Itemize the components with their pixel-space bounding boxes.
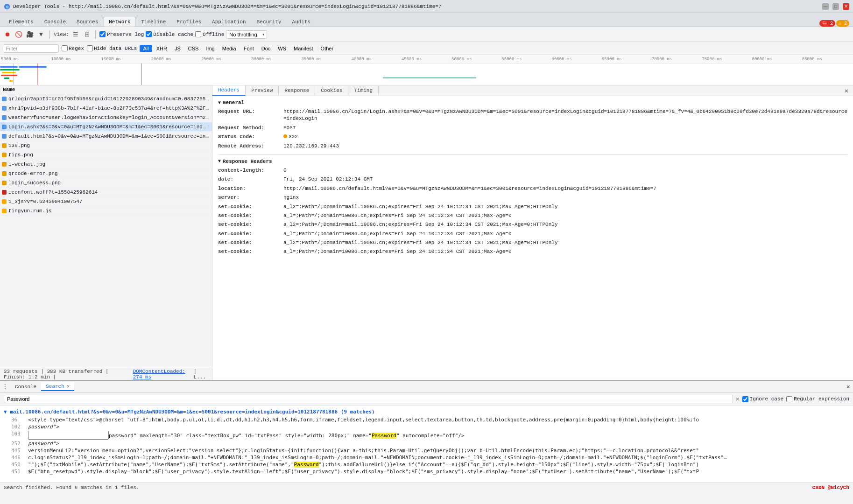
result-line-3[interactable]: 252 password"> [0, 440, 853, 447]
filter-type-font[interactable]: Font [240, 45, 257, 52]
tab-response[interactable]: Response [279, 86, 315, 95]
filter-type-ws[interactable]: WS [275, 45, 289, 52]
minimize-button[interactable]: ─ [822, 3, 829, 10]
ignore-case-checkbox[interactable] [742, 396, 748, 402]
filter-type-js[interactable]: JS [171, 45, 184, 52]
tab-cookies[interactable]: Cookies [315, 86, 348, 95]
result-line-7[interactable]: 451$E("btn_resetpwd").style.display="blo… [0, 468, 853, 475]
filter-input[interactable] [3, 44, 59, 53]
request-item-9[interactable]: qrcode-error.png [0, 169, 212, 178]
preserve-log-checkbox[interactable] [99, 31, 106, 37]
tab-sources[interactable]: Sources [71, 17, 103, 27]
search-clear-button[interactable]: ✕ [736, 395, 740, 403]
disable-cache-checkbox[interactable] [146, 31, 152, 37]
clear-button[interactable]: 🚫 [14, 30, 23, 39]
request-item-10[interactable]: login_success.png [0, 178, 212, 188]
tab-console[interactable]: Console [39, 17, 71, 27]
rh-key-8: set-cookie: [218, 239, 283, 246]
request-item-11[interactable]: iconfont.woff?t=1558425962614 [0, 188, 212, 197]
warning-badge: ⚠ 2 [836, 20, 849, 27]
ignore-case-checkbox-label[interactable]: Ignore case [742, 396, 784, 402]
tab-elements[interactable]: Elements [4, 17, 39, 27]
regex-checkbox-label[interactable]: Regex [62, 45, 84, 51]
rh-val-9: a_l=;Path=/;Domain=10086.cn;expires=Fri … [283, 248, 511, 255]
filter-type-all[interactable]: All [140, 45, 152, 52]
list-view-button[interactable]: ☰ [71, 30, 80, 39]
bottom-panel: ⋮ Console Search ✕ ✕ ✕ Ignore case Regul… [0, 380, 853, 492]
request-item-3[interactable]: weather?func=user.logBehaviorAction&key=… [0, 113, 212, 122]
rh-key-3: server: [218, 194, 283, 201]
details-content: ▼ General Request URL: https://mail.1008… [212, 96, 853, 380]
regex-checkbox[interactable] [62, 45, 68, 51]
request-item-13[interactable]: tingyun-rum.js [0, 206, 212, 216]
result-line-5[interactable]: 446c.loginStatus?"_139_index_isSmsLogin=… [0, 454, 853, 461]
hide-data-checkbox-label[interactable]: Hide data URLs [87, 45, 137, 51]
domcontent-link[interactable]: DOMContentLoaded: 274 ms [133, 369, 192, 380]
request-item-5[interactable]: default.html?&s=0&v=0&u=MTgzNzAwNDU3ODM=… [0, 132, 212, 141]
highlight-3: password"> [28, 441, 59, 447]
filter-type-media[interactable]: Media [219, 45, 240, 52]
search-tab-close[interactable]: ✕ [67, 383, 70, 389]
disable-cache-checkbox-label[interactable]: Disable cache [146, 31, 193, 37]
response-headers-section-header[interactable]: ▼ Response Headers [218, 159, 847, 164]
request-item-2[interactable]: xhr1?pvid=a3df938b-7b1f-41af-b1ae-8b2f73… [0, 104, 212, 113]
preserve-log-label: Preserve log [107, 32, 144, 37]
drag-handle: ⋮ [2, 383, 8, 391]
preserve-log-checkbox-label[interactable]: Preserve log [99, 31, 144, 37]
rh-key-7: set-cookie: [218, 231, 283, 238]
tab-audits[interactable]: Audits [287, 17, 316, 27]
details-close-button[interactable]: ✕ [842, 86, 851, 95]
result-line-1[interactable]: 102 password"> [0, 423, 853, 430]
result-line-6[interactable]: 450"");$E("txtMobile").setAttribute("nam… [0, 461, 853, 468]
result-file-header[interactable]: ▼ mail.10086.cn/default.html?&s=0&v=0&u=… [0, 407, 853, 416]
tab-profiles[interactable]: Profiles [171, 17, 206, 27]
tab-preview[interactable]: Preview [246, 86, 279, 95]
result-line-num-0: 36 [11, 417, 25, 423]
result-line-0[interactable]: 36<style type="text/css">@charset "utf-8… [0, 416, 853, 423]
result-line-2[interactable]: 103 password" maxlength="30" class="text… [0, 430, 853, 440]
filter-type-img[interactable]: Img [203, 45, 218, 52]
request-item-4[interactable]: Login.ashx?&s=0&v=0&u=MTgzNzAwNDU3ODM=&m… [0, 122, 212, 132]
record-button[interactable]: ⏺ [3, 30, 12, 39]
scroll-arrow-4: ↑ [207, 124, 210, 129]
tab-network[interactable]: Network [104, 17, 135, 27]
throttle-select[interactable]: No throttling Fast 3G Slow 3G [226, 30, 267, 39]
timeline-bar-4 [19, 66, 47, 68]
tab-headers[interactable]: Headers [212, 85, 246, 96]
bottom-tab-search[interactable]: Search ✕ [41, 382, 74, 391]
search-input[interactable] [4, 395, 733, 403]
maximize-button[interactable]: □ [832, 3, 839, 10]
filter-type-xhr[interactable]: XHR [153, 45, 170, 52]
devtools-icon: ⚙ [4, 3, 10, 10]
request-item-12[interactable]: 1_3js?v=0.62459041007547 [0, 197, 212, 206]
request-item-1[interactable]: qrlogin?appId=qr01f95f5b56&cguid=1012292… [0, 94, 212, 104]
filter-type-manifest[interactable]: Manifest [290, 45, 317, 52]
close-button[interactable]: ✕ [843, 3, 849, 10]
tab-security[interactable]: Security [252, 17, 287, 27]
offline-checkbox-label[interactable]: Offline [195, 31, 224, 37]
request-item-6[interactable]: 139.png [0, 141, 212, 150]
filter-type-other[interactable]: Other [317, 45, 337, 52]
tab-application[interactable]: Application [207, 17, 251, 27]
request-item-7[interactable]: tips.png [0, 150, 212, 160]
hide-data-checkbox[interactable] [87, 45, 93, 51]
camera-button[interactable]: 🎥 [25, 30, 35, 39]
result-line-num-1: 102 [11, 424, 25, 430]
filter-type-doc[interactable]: Doc [258, 45, 274, 52]
bottom-tab-console[interactable]: Console [10, 383, 41, 391]
regex-search-checkbox[interactable] [786, 396, 792, 402]
filter-button[interactable]: ▼ [36, 30, 46, 39]
general-section-header[interactable]: ▼ General [218, 100, 847, 105]
result-line-4[interactable]: 445versionMenuLi2:"version-menu-option2"… [0, 447, 853, 454]
tab-timeline[interactable]: Timeline [136, 17, 171, 27]
filter-type-css[interactable]: CSS [185, 45, 202, 52]
timeline-domcontent-line [14, 63, 14, 85]
request-item-8[interactable]: i-wechat.jpg [0, 160, 212, 169]
offline-checkbox[interactable] [195, 31, 201, 37]
rh-val-1: Fri, 24 Sep 2021 02:12:34 GMT [283, 176, 373, 183]
bottom-panel-close[interactable]: ✕ [846, 383, 850, 391]
tree-view-button[interactable]: ⊞ [82, 30, 92, 39]
tab-timing[interactable]: Timing [348, 86, 379, 95]
result-line-content-0: <style type="text/css">@charset "utf-8";… [28, 417, 699, 423]
regex-search-checkbox-label[interactable]: Regular expression [786, 396, 849, 402]
